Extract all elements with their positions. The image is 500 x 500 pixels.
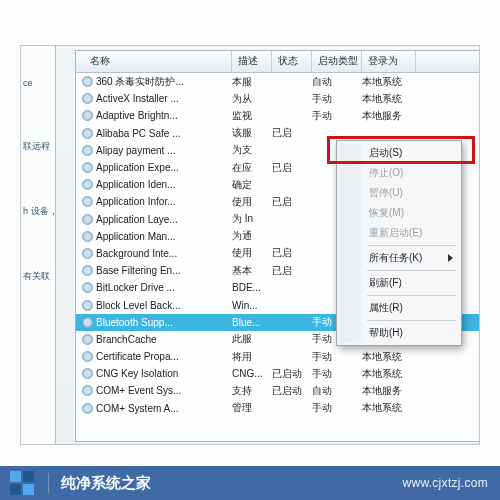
menu-pause: 暂停(U) [339, 183, 459, 203]
service-desc: 基本 [232, 264, 272, 278]
watermark-footer: 纯净系统之家 www.cjxtzj.com [0, 466, 500, 500]
service-name: Alibaba PC Safe ... [96, 128, 181, 139]
gear-icon [82, 403, 93, 414]
menu-properties[interactable]: 属性(R) [339, 298, 459, 318]
service-name: Alipay payment ... [96, 145, 175, 156]
header-name[interactable]: 名称 [76, 51, 232, 72]
service-name: ActiveX Installer ... [96, 93, 179, 104]
service-desc: 支持 [232, 384, 272, 398]
service-name: Application Expe... [96, 162, 179, 173]
service-starttype: 自动 [312, 75, 362, 89]
gear-icon [82, 265, 93, 276]
gear-icon [82, 351, 93, 362]
menu-all-tasks[interactable]: 所有任务(K) [339, 248, 459, 268]
column-headers: 名称 描述 状态 启动类型 登录为 [76, 51, 480, 73]
gear-icon [82, 128, 93, 139]
gear-icon [82, 76, 93, 87]
service-name: Block Level Back... [96, 300, 180, 311]
header-desc[interactable]: 描述 [232, 51, 272, 72]
service-desc: 将用 [232, 350, 272, 364]
logo-icon [10, 471, 36, 495]
gear-icon [82, 368, 93, 379]
menu-refresh[interactable]: 刷新(F) [339, 273, 459, 293]
menu-help[interactable]: 帮助(H) [339, 323, 459, 343]
service-logon: 本地系统 [362, 367, 416, 381]
gear-icon [82, 93, 93, 104]
gear-icon [82, 145, 93, 156]
service-desc: BDE... [232, 282, 272, 293]
service-name: Adaptive Brightn... [96, 110, 178, 121]
service-desc: CNG... [232, 368, 272, 379]
brand-url: www.cjxtzj.com [402, 476, 488, 490]
service-status: 已启 [272, 161, 312, 175]
service-logon: 本地服务 [362, 384, 416, 398]
service-desc: 本服 [232, 75, 272, 89]
service-desc: 为通 [232, 229, 272, 243]
service-status: 已启 [272, 195, 312, 209]
service-desc: 该服 [232, 126, 272, 140]
service-name: COM+ Event Sys... [96, 385, 181, 396]
gear-icon [82, 385, 93, 396]
service-name: Application Iden... [96, 179, 176, 190]
gear-icon [82, 214, 93, 225]
menu-restart: 重新启动(E) [339, 223, 459, 243]
chevron-right-icon [448, 254, 453, 262]
gear-icon [82, 282, 93, 293]
service-desc: 管理 [232, 401, 272, 415]
service-desc: Blue... [232, 317, 272, 328]
service-desc: 此服 [232, 332, 272, 346]
context-menu: 启动(S) 停止(O) 暂停(U) 恢复(M) 重新启动(E) 所有任务(K) … [336, 140, 462, 346]
service-row[interactable]: 360 杀毒实时防护...本服自动本地系统 [76, 73, 480, 90]
service-starttype: 手动 [312, 109, 362, 123]
service-logon: 本地系统 [362, 75, 416, 89]
service-name: BranchCache [96, 334, 157, 345]
gear-icon [82, 300, 93, 311]
left-fragment: 联远程 [21, 114, 55, 179]
service-row[interactable]: COM+ Event Sys...支持已启动自动本地服务 [76, 382, 480, 399]
service-desc: 为从 [232, 92, 272, 106]
service-desc: Win... [232, 300, 272, 311]
left-fragment: ce [21, 52, 55, 114]
service-status: 已启 [272, 246, 312, 260]
menu-start[interactable]: 启动(S) [339, 143, 459, 163]
service-logon: 本地服务 [362, 109, 416, 123]
brand-text: 纯净系统之家 [61, 474, 151, 493]
gear-icon [82, 317, 93, 328]
service-row[interactable]: COM+ System A...管理手动本地系统 [76, 400, 480, 417]
service-starttype: 手动 [312, 350, 362, 364]
service-desc: 在应 [232, 161, 272, 175]
service-status: 已启动 [272, 384, 312, 398]
header-starttype[interactable]: 启动类型 [312, 51, 362, 72]
gear-icon [82, 248, 93, 259]
header-status[interactable]: 状态 [272, 51, 312, 72]
service-row[interactable]: Adaptive Brightn...监视手动本地服务 [76, 107, 480, 124]
gear-icon [82, 196, 93, 207]
gear-icon [82, 231, 93, 242]
service-desc: 确定 [232, 178, 272, 192]
service-starttype: 自动 [312, 384, 362, 398]
left-fragment: h 设备， [21, 179, 55, 244]
service-name: Certificate Propa... [96, 351, 179, 362]
service-name: Bluetooth Supp... [96, 317, 173, 328]
service-name: Application Infor... [96, 196, 176, 207]
service-name: Background Inte... [96, 248, 177, 259]
gear-icon [82, 334, 93, 345]
gear-icon [82, 110, 93, 121]
service-starttype: 手动 [312, 92, 362, 106]
service-name: CNG Key Isolation [96, 368, 178, 379]
left-fragment: 有关联 [21, 244, 55, 309]
service-name: BitLocker Drive ... [96, 282, 175, 293]
service-row[interactable]: Certificate Propa...将用手动本地系统 [76, 348, 480, 365]
service-name: Application Laye... [96, 214, 178, 225]
menu-stop: 停止(O) [339, 163, 459, 183]
service-row[interactable]: CNG Key IsolationCNG...已启动手动本地系统 [76, 365, 480, 382]
service-desc: 为支 [232, 143, 272, 157]
service-logon: 本地系统 [362, 92, 416, 106]
service-name: COM+ System A... [96, 403, 179, 414]
service-name: Base Filtering En... [96, 265, 180, 276]
service-status: 已启 [272, 264, 312, 278]
header-logon[interactable]: 登录为 [362, 51, 416, 72]
service-logon: 本地系统 [362, 350, 416, 364]
service-row[interactable]: ActiveX Installer ...为从手动本地系统 [76, 90, 480, 107]
menu-resume: 恢复(M) [339, 203, 459, 223]
